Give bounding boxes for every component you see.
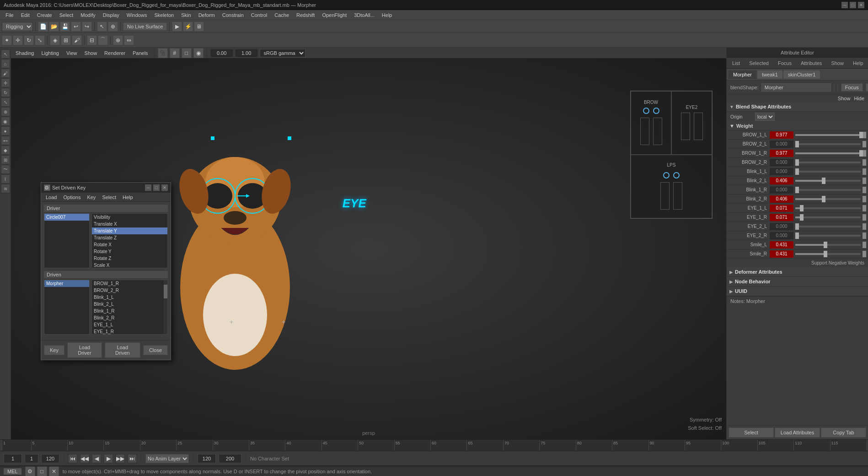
weight-slider-1[interactable] (795, 143, 861, 145)
weight-slider-handle-5[interactable] (822, 178, 825, 184)
plus-icon[interactable]: ⊕ (113, 35, 123, 45)
vp-cam-btn[interactable]: 🎥 (158, 48, 168, 58)
weight-slider-end-3[interactable] (863, 159, 866, 166)
blend-shape-input[interactable] (761, 83, 831, 92)
driven-objects-list[interactable]: Morpher (44, 280, 90, 335)
wrinkle-tool[interactable]: ≋ (1, 184, 10, 193)
bend-tool[interactable]: 〜 (1, 165, 10, 174)
menu-openflight[interactable]: OpenFlight (318, 11, 350, 19)
status-icon3[interactable]: ✕ (49, 466, 59, 476)
weight-val-7[interactable] (770, 195, 793, 203)
snap-curve-btn[interactable]: ⌒ (98, 35, 108, 45)
tab-selected[interactable]: Selected (745, 60, 772, 67)
lattice-btn[interactable]: ⊞ (61, 35, 71, 45)
move-btn[interactable]: ✛ (13, 35, 23, 45)
driver-attr-sx[interactable]: Scale X (92, 262, 167, 268)
origin-select[interactable]: local (755, 113, 775, 121)
weight-slider-handle-4[interactable] (795, 168, 799, 175)
sdk-menu-key[interactable]: Key (84, 194, 98, 201)
menu-display[interactable]: Display (99, 11, 123, 19)
select-all-btn[interactable]: ✦ (2, 35, 12, 45)
driven-object-item[interactable]: Morpher (44, 280, 89, 287)
anim-layer-select[interactable]: No Anim Layer (145, 454, 189, 463)
menu-modify[interactable]: Modify (77, 11, 99, 19)
weight-slider-8[interactable] (795, 207, 861, 209)
wire-tool[interactable]: ⌇ (1, 174, 10, 184)
menu-skin[interactable]: Skin (177, 11, 194, 19)
node-tab-tweak[interactable]: tweak1 (757, 70, 782, 79)
selection-tool[interactable]: ↖ (1, 49, 10, 59)
tab-list[interactable]: List (729, 60, 744, 67)
node-tab-skin[interactable]: skinCluster1 (783, 70, 820, 79)
sdk-load-driven-button[interactable]: Load Driven (105, 342, 140, 358)
vp-menu-renderer[interactable]: Renderer (102, 50, 128, 56)
driven-attr-eye1r[interactable]: EYE_1_R (92, 328, 167, 335)
weight-slider-end-4[interactable] (863, 168, 866, 175)
weight-slider-end-1[interactable] (863, 141, 866, 147)
menu-select[interactable]: Select (56, 11, 77, 19)
weight-slider-handle-0[interactable] (859, 132, 863, 138)
weight-val-4[interactable] (770, 168, 793, 175)
open-btn[interactable]: 📂 (49, 22, 59, 32)
joint-tool[interactable]: ● (1, 126, 10, 135)
hide-btn[interactable]: Hide (854, 96, 864, 101)
tab-show[interactable]: Show (827, 60, 847, 67)
undo-btn[interactable]: ↩ (71, 22, 81, 32)
menu-file[interactable]: File (2, 11, 17, 19)
select-tool-btn[interactable]: ↖ (97, 22, 107, 32)
mode-select[interactable]: Rigging (2, 22, 33, 31)
weight-slider-10[interactable] (795, 226, 861, 227)
weight-slider-handle-11[interactable] (795, 233, 799, 239)
sdk-menu-help[interactable]: Help (120, 194, 136, 201)
go-start-btn[interactable]: ⏮ (68, 454, 77, 463)
vp-menu-lighting[interactable]: Lighting (38, 50, 62, 56)
vp-gamma-select[interactable]: sRGB gamma (260, 49, 305, 57)
weight-slider-handle-3[interactable] (795, 159, 799, 166)
weight-slider-5[interactable] (795, 180, 861, 182)
weight-val-13[interactable] (770, 250, 793, 258)
driver-attr-tx[interactable]: Translate X (92, 221, 167, 227)
weight-slider-end-5[interactable] (863, 178, 866, 184)
manip-tool[interactable]: ⊕ (1, 107, 10, 116)
weight-slider-end-2[interactable] (863, 150, 866, 157)
close-button[interactable]: ✕ (858, 2, 864, 8)
menu-edit[interactable]: Edit (17, 11, 33, 19)
scale-btn[interactable]: ⤡ (35, 35, 45, 45)
weight-val-12[interactable] (770, 241, 793, 249)
step-fwd-btn[interactable]: ▶▶ (116, 454, 125, 463)
weight-slider-end-0[interactable] (863, 132, 866, 138)
weight-slider-2[interactable] (795, 152, 861, 154)
weight-slider-handle-10[interactable] (795, 223, 799, 230)
status-icon1[interactable]: ⚙ (25, 466, 35, 476)
weight-val-5[interactable] (770, 177, 793, 184)
weight-val-10[interactable] (770, 223, 793, 230)
paint-btn[interactable]: 🖌 (72, 35, 82, 45)
menu-redshift[interactable]: Redshift (293, 11, 318, 19)
driven-attr-blink2l[interactable]: Blink_2_L (92, 301, 167, 308)
presets-button[interactable]: Presets (866, 83, 868, 92)
vp-coord-y[interactable] (235, 49, 258, 57)
weight-slider-handle-2[interactable] (859, 150, 863, 157)
driver-attr-tz[interactable]: Translate Z (92, 234, 167, 241)
menu-deform[interactable]: Deform (195, 11, 219, 19)
weight-slider-handle-1[interactable] (795, 141, 799, 147)
sdk-load-driver-button[interactable]: Load Driver (67, 342, 102, 358)
weight-slider-4[interactable] (795, 171, 861, 173)
menu-help[interactable]: Help (378, 11, 396, 19)
new-scene-btn[interactable]: 📄 (38, 22, 48, 32)
driven-attrs-list[interactable]: BROW_1_R BROW_2_R Blink_1_L Blink_2_L Bl… (91, 280, 168, 335)
focus-button[interactable]: Focus (841, 83, 863, 92)
vp-grid-btn[interactable]: # (170, 48, 180, 58)
copy-tab-button[interactable]: Copy Tab (821, 427, 866, 438)
node-behavior-section[interactable]: ▶ Node Behavior (727, 277, 868, 287)
uuid-section[interactable]: ▶ UUID (727, 287, 868, 296)
sculpt-tool[interactable]: ◉ (1, 117, 10, 126)
sdk-menu-options[interactable]: Options (60, 194, 83, 201)
weight-slider-13[interactable] (795, 253, 861, 255)
lasso-tool[interactable]: ⌂ (1, 59, 10, 68)
redo-btn[interactable]: ↪ (82, 22, 92, 32)
driver-attr-visibility[interactable]: Visibility (92, 214, 167, 221)
status-mode[interactable]: MEL (4, 468, 21, 475)
arrow-icon[interactable]: ⇔ (124, 35, 134, 45)
step-back-btn[interactable]: ◀◀ (80, 454, 89, 463)
